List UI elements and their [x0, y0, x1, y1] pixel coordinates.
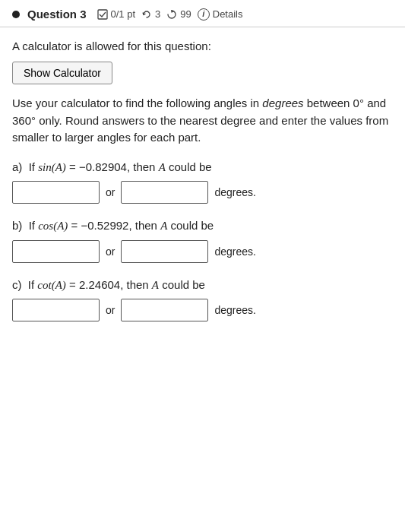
part-b-degrees: degrees. [214, 245, 255, 258]
part-c: c) If cot(A) = 2.24604, then A could be … [12, 277, 393, 322]
attempt-icon: 99 [166, 8, 191, 20]
part-b-prefix: b) If [12, 219, 38, 232]
part-b-label: b) If cos(A) = −0.52992, then A could be [12, 217, 393, 235]
part-c-answer-row: or degrees. [12, 299, 393, 321]
retry-value: 3 [155, 8, 160, 20]
part-c-degrees: degrees. [214, 304, 255, 316]
question-dot [12, 11, 20, 18]
part-a-answer-row: or degrees. [12, 181, 393, 204]
part-b-func: cos(A) [38, 220, 68, 232]
retry-icon: 3 [141, 8, 160, 20]
part-a-input-2[interactable] [121, 181, 208, 204]
info-icon: i [198, 8, 210, 21]
header-meta: 0/1 pt 3 99 i Details [97, 8, 243, 21]
main-content: A calculator is allowed for this questio… [0, 27, 405, 321]
part-a-or: or [106, 186, 115, 198]
part-b-eq: = −0.52992, then A could be [68, 219, 214, 232]
part-a-func: sin(A) [38, 161, 66, 173]
part-a-input-1[interactable] [12, 181, 100, 204]
part-c-input-2[interactable] [121, 299, 208, 321]
instructions: Use your calculator to find the followin… [12, 95, 393, 147]
part-b-or: or [106, 245, 115, 258]
details-link[interactable]: i Details [198, 8, 243, 21]
part-c-input-1[interactable] [12, 299, 100, 321]
part-c-eq: = 2.24604, then A could be [66, 278, 205, 291]
part-a-prefix: a) If [12, 160, 38, 173]
show-calculator-button[interactable]: Show Calculator [12, 62, 112, 84]
instructions-italic: degrees [262, 97, 303, 109]
score-value: 0/1 pt [111, 8, 136, 20]
question-header: Question 3 0/1 pt 3 99 [0, 0, 405, 27]
part-a: a) If sin(A) = −0.82904, then A could be… [12, 159, 393, 204]
details-label: Details [213, 8, 243, 20]
part-a-degrees: degrees. [214, 186, 255, 198]
part-a-eq: = −0.82904, then A could be [66, 160, 212, 173]
part-c-prefix: c) If [12, 278, 37, 291]
part-b-answer-row: or degrees. [12, 240, 393, 263]
part-b-input-2[interactable] [121, 240, 208, 263]
part-a-label: a) If sin(A) = −0.82904, then A could be [12, 159, 393, 176]
part-c-or: or [106, 304, 115, 316]
question-label: Question 3 [27, 8, 87, 21]
score-icon: 0/1 pt [97, 8, 136, 20]
attempt-value: 99 [180, 8, 191, 20]
part-c-func: cot(A) [37, 279, 66, 291]
calculator-notice: A calculator is allowed for this questio… [12, 40, 393, 52]
part-b: b) If cos(A) = −0.52992, then A could be… [12, 217, 393, 263]
svg-rect-0 [98, 10, 107, 19]
part-c-label: c) If cot(A) = 2.24604, then A could be [12, 277, 393, 294]
part-b-input-1[interactable] [12, 240, 100, 263]
